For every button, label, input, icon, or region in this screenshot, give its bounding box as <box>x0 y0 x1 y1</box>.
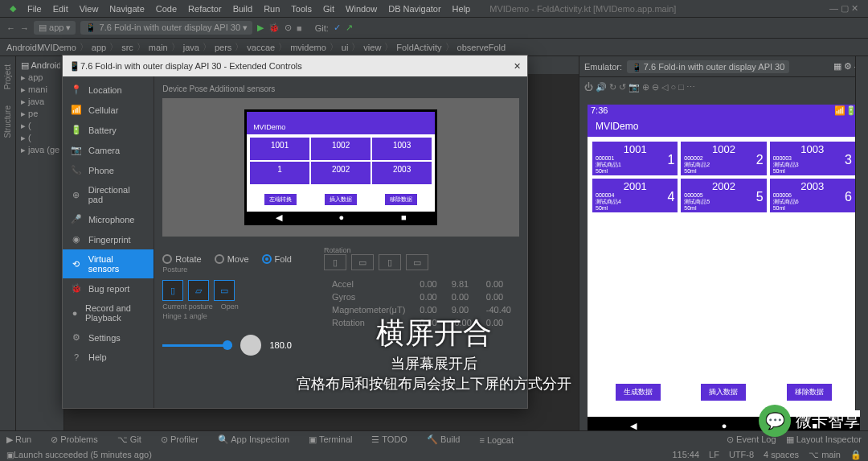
tool-window-tab[interactable]: ▣ Terminal <box>309 434 352 445</box>
posture-open[interactable]: ▭ <box>214 280 235 301</box>
emu-button[interactable]: 生成数据 <box>616 384 661 401</box>
sidebar-item-directional-pad[interactable]: ⊕Directional pad <box>63 180 154 209</box>
crumb[interactable]: main <box>149 43 168 52</box>
crumb[interactable]: FoldActivity <box>396 43 441 52</box>
sidebar-item-virtual-sensors[interactable]: ⟲Virtual sensors <box>63 249 154 278</box>
tree-node[interactable]: ▸ ( <box>19 132 60 144</box>
hinge-slider[interactable] <box>162 344 232 347</box>
profile-icon[interactable]: ⊙ <box>285 23 292 33</box>
debug-icon[interactable]: 🐞 <box>268 23 280 33</box>
menu-edit[interactable]: Edit <box>48 2 73 15</box>
tree-node[interactable]: ▸ ( <box>19 120 60 132</box>
right-tool-strip[interactable] <box>855 56 868 410</box>
menu-window[interactable]: Window <box>341 2 382 15</box>
sidebar-item-fingerprint[interactable]: ◉Fingerprint <box>63 229 154 249</box>
git-update-icon[interactable]: ✓ <box>334 23 341 33</box>
emulator-toolbar[interactable]: ⏻ 🔊 ↻ ↺ 📷 ⊕ ⊖ ◁ ○ □ ⋯ <box>579 77 868 97</box>
radio-rotate[interactable]: Rotate <box>162 254 201 264</box>
crumb[interactable]: view <box>363 43 381 52</box>
tree-node[interactable]: ▸ mani <box>19 84 60 96</box>
sidebar-item-location[interactable]: 📍Location <box>63 80 154 100</box>
emu-card[interactable]: 1001000001测试商品150ml1 <box>592 142 678 175</box>
sidebar-item-record-and-playback[interactable]: ●Record and Playback <box>63 298 154 327</box>
device-preview[interactable]: MVIDemo 100110021003120022003 左端转换插入数据移除… <box>162 98 519 237</box>
crumb[interactable]: src <box>121 43 133 52</box>
emu-button[interactable]: 移除数据 <box>787 384 832 401</box>
emulator-device-tab[interactable]: 📱 7.6 Fold-in with outer display API 30 <box>627 60 789 73</box>
crumb[interactable]: observeFold <box>457 43 506 52</box>
menu-tools[interactable]: Tools <box>286 2 317 15</box>
tree-node[interactable]: ▸ pe <box>19 108 60 120</box>
crumb[interactable]: mvidemo <box>290 43 326 52</box>
emu-card[interactable]: 2002000005测试商品550ml5 <box>681 179 766 212</box>
crumb[interactable]: vaccae <box>247 43 275 52</box>
crumb[interactable]: AndroidMVIDemo <box>6 43 76 52</box>
sidebar-item-settings[interactable]: ⚙Settings <box>63 327 154 348</box>
tool-window-tab[interactable]: ▶ Run <box>6 434 31 445</box>
crumb[interactable]: java <box>183 43 199 52</box>
nav-back-icon[interactable]: ← <box>6 23 15 33</box>
emu-card[interactable]: 1003000003测试商品350ml3 <box>770 142 855 175</box>
sidebar-item-phone[interactable]: 📞Phone <box>63 160 154 180</box>
menu-file[interactable]: File <box>23 2 47 15</box>
menu-code[interactable]: Code <box>151 2 182 15</box>
tool-window-tab[interactable]: ⌥ Git <box>117 434 141 445</box>
emu-card[interactable]: 1002000002测试商品250ml2 <box>681 142 766 175</box>
structure-tool-label[interactable]: Structure <box>3 105 12 138</box>
close-icon[interactable]: ✕ <box>514 61 521 72</box>
menu-build[interactable]: Build <box>228 2 257 15</box>
radio-fold[interactable]: Fold <box>262 254 292 264</box>
stop-icon[interactable]: ■ <box>297 23 302 33</box>
device-dropdown[interactable]: 📱 7.6 Fold-in with outer display API 30 … <box>80 21 252 35</box>
rot-portrait-rev[interactable]: ▯ <box>379 254 401 270</box>
emu-button[interactable]: 插入数据 <box>701 384 746 401</box>
tool-window-tab[interactable]: 🔍 App Inspection <box>218 434 289 445</box>
tree-node[interactable]: ▸ app <box>19 72 60 84</box>
sidebar-item-bug-report[interactable]: 🐞Bug report <box>63 278 154 298</box>
tree-node[interactable]: ▸ java (generated) <box>19 144 60 156</box>
git-push-icon[interactable]: ↗ <box>346 23 353 33</box>
rot-landscape[interactable]: ▭ <box>351 254 374 270</box>
menu-navigate[interactable]: Navigate <box>104 2 149 15</box>
tool-window-tab[interactable]: 🔨 Build <box>427 434 461 445</box>
posture-closed[interactable]: ▯ <box>162 280 183 301</box>
run-config-dropdown[interactable]: ▤ app ▾ <box>34 21 76 35</box>
hinge-knob[interactable] <box>240 335 261 356</box>
menu-db navigator[interactable]: DB Navigator <box>383 2 445 15</box>
run-icon[interactable]: ▶ <box>257 23 264 33</box>
left-tool-strip[interactable]: Project Structure <box>0 56 16 442</box>
menu-view[interactable]: View <box>75 2 104 15</box>
sidebar-item-cellular[interactable]: 📶Cellular <box>63 100 154 120</box>
rot-portrait[interactable]: ▯ <box>324 254 346 270</box>
menu-help[interactable]: Help <box>448 2 476 15</box>
radio-move[interactable]: Move <box>215 254 249 264</box>
tool-window-tab[interactable]: ⊙ Profiler <box>161 434 199 445</box>
tool-window-tab[interactable]: ≡ Logcat <box>479 435 514 445</box>
project-tool-label[interactable]: Project <box>3 64 12 89</box>
crumb[interactable]: app <box>92 43 106 52</box>
crumb[interactable]: pers <box>215 43 231 52</box>
nav-fwd-icon[interactable]: → <box>20 23 29 33</box>
sidebar-item-camera[interactable]: 📷Camera <box>63 140 154 160</box>
bottom-toolbar[interactable]: ▶ Run⊘ Problems⌥ Git⊙ Profiler🔍 App Insp… <box>0 430 868 448</box>
sidebar-item-help[interactable]: ?Help <box>63 348 154 367</box>
emu-card[interactable]: 2003000006测试商品650ml6 <box>770 179 855 212</box>
sidebar-item-microphone[interactable]: 🎤Microphone <box>63 209 154 229</box>
posture-half[interactable]: ▱ <box>188 280 209 301</box>
emu-card[interactable]: 2001000004测试商品450ml4 <box>592 179 678 212</box>
sidebar-item-battery[interactable]: 🔋Battery <box>63 120 154 140</box>
window-controls[interactable]: — ▢ ✕ <box>825 2 863 15</box>
emu-app-title: MVIDemo <box>588 116 860 137</box>
emulator-screen[interactable]: 7:36📶🔋 MVIDemo 1001000001测试商品150ml110020… <box>588 105 860 434</box>
crumb[interactable]: ui <box>342 43 349 52</box>
tool-window-tab[interactable]: ☰ TODO <box>371 434 407 445</box>
project-tree[interactable]: ▤ Android ▾ ▸ app▸ mani▸ java▸ pe▸ (▸ (▸… <box>16 56 64 442</box>
menu-run[interactable]: Run <box>259 2 285 15</box>
dialog-titlebar[interactable]: 📱 7.6 Fold-in with outer display API 30 … <box>63 56 527 76</box>
menu-git[interactable]: Git <box>318 2 339 15</box>
tool-window-tab[interactable]: ⊘ Problems <box>51 434 98 445</box>
rot-landscape-rev[interactable]: ▭ <box>406 254 428 270</box>
menubar: ◆ FileEditViewNavigateCodeRefactorBuildR… <box>0 0 868 18</box>
menu-refactor[interactable]: Refactor <box>183 2 227 15</box>
tree-node[interactable]: ▸ java <box>19 96 60 108</box>
